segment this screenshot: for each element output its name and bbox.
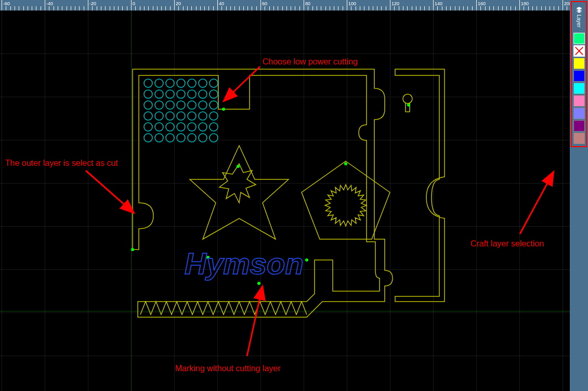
svg-point-47 [407, 103, 410, 107]
layer-swatch-5[interactable] [573, 95, 585, 107]
origin-axis-y [131, 10, 132, 391]
grid-line [0, 183, 570, 184]
svg-point-44 [222, 108, 225, 111]
svg-point-50 [305, 258, 308, 262]
svg-point-5 [188, 79, 196, 87]
svg-point-15 [144, 101, 152, 109]
grid-line [347, 10, 347, 391]
ruler-tick: -20 [88, 0, 88, 10]
layer-swatch-3[interactable] [573, 70, 585, 82]
svg-point-30 [155, 123, 163, 131]
svg-point-4 [177, 79, 185, 87]
svg-point-6 [199, 79, 207, 87]
svg-point-3 [166, 79, 174, 87]
svg-point-7 [210, 79, 218, 87]
svg-point-27 [199, 112, 207, 120]
grid-line [519, 10, 520, 391]
layer-title: Layer [576, 15, 582, 28]
grid-line [476, 10, 477, 391]
ruler-tick: 200 [563, 0, 563, 10]
ruler-tick: 140 [433, 0, 434, 10]
grid-line [0, 226, 570, 227]
ruler-tick: 160 [476, 0, 477, 10]
svg-point-19 [188, 101, 196, 109]
ruler-tick: 20 [174, 0, 175, 10]
svg-point-32 [177, 123, 185, 131]
layer-panel: Layer [570, 0, 588, 391]
grid-line [217, 10, 218, 391]
svg-point-17 [166, 101, 174, 109]
svg-point-18 [177, 101, 185, 109]
grid-line [304, 10, 304, 391]
origin-axis-x [0, 311, 570, 311]
svg-point-41 [199, 134, 207, 142]
arrow-low-power [224, 67, 260, 101]
svg-point-36 [144, 134, 152, 142]
grid-line [0, 140, 570, 140]
grid-line [0, 10, 570, 11]
svg-point-26 [188, 112, 196, 120]
svg-point-22 [144, 112, 152, 120]
ruler-tick: 100 [347, 0, 347, 10]
layer-swatches-group: Layer [571, 1, 587, 147]
svg-point-33 [188, 123, 196, 131]
grid-line [390, 10, 390, 391]
layer-swatch-4[interactable] [573, 83, 585, 94]
annotation-craft: Craft layer selection [471, 239, 544, 249]
svg-point-29 [144, 123, 152, 131]
svg-point-42 [210, 134, 218, 142]
svg-point-23 [155, 112, 163, 120]
svg-point-20 [199, 101, 207, 109]
svg-point-25 [177, 112, 185, 120]
svg-point-37 [155, 134, 163, 142]
svg-point-28 [210, 112, 218, 120]
grid-line [0, 97, 570, 97]
arrow-outer-layer [86, 171, 134, 213]
layer-swatch-1[interactable] [573, 45, 585, 57]
grid-line [563, 10, 563, 391]
svg-point-35 [210, 123, 218, 131]
svg-point-38 [166, 134, 174, 142]
svg-point-31 [166, 123, 174, 131]
svg-point-1 [144, 79, 152, 87]
svg-point-40 [188, 134, 196, 142]
ruler-tick: -60 [2, 0, 2, 10]
layer-swatch-0[interactable] [573, 33, 585, 44]
grid-line [88, 10, 88, 391]
grid-line [260, 10, 261, 391]
grid-line [174, 10, 175, 391]
layer-swatch-2[interactable] [573, 58, 585, 69]
arrow-craft [520, 172, 554, 234]
annotation-marking: Marking without cutting layer [175, 364, 281, 373]
ruler-tick: 40 [217, 0, 218, 10]
layer-swatch-8[interactable] [573, 133, 585, 144]
svg-point-0 [403, 94, 412, 103]
svg-point-39 [177, 134, 185, 142]
grid-line [0, 356, 570, 356]
logo-text: Hymson [185, 246, 304, 281]
ruler-tick: 120 [390, 0, 390, 10]
ruler-tick: 180 [519, 0, 520, 10]
svg-point-16 [155, 101, 163, 109]
ruler-horizontal: -60-40-20020406080100120140160180200 [0, 0, 588, 10]
grid-line [433, 10, 434, 391]
svg-point-34 [199, 123, 207, 131]
svg-point-24 [166, 112, 174, 120]
annotation-outer-layer: The outer layer is select as cut [5, 159, 118, 168]
grid-line [45, 10, 45, 391]
canvas-area[interactable]: Hymson Choose low power cutting The oute… [0, 10, 570, 391]
svg-point-21 [210, 101, 218, 109]
ruler-tick: 60 [260, 0, 261, 10]
svg-point-2 [155, 79, 163, 87]
svg-point-45 [237, 165, 240, 168]
layers-icon [574, 6, 584, 14]
ruler-tick: 80 [304, 0, 304, 10]
layer-header: Layer [573, 3, 585, 32]
layer-swatch-7[interactable] [573, 120, 585, 132]
grid-line [2, 10, 2, 391]
ruler-tick: -40 [45, 0, 45, 10]
annotation-low-power: Choose low power cutting [263, 57, 358, 67]
ruler-tick: 0 [131, 0, 132, 10]
layer-swatch-6[interactable] [573, 108, 585, 119]
drawing-layer [0, 10, 570, 391]
